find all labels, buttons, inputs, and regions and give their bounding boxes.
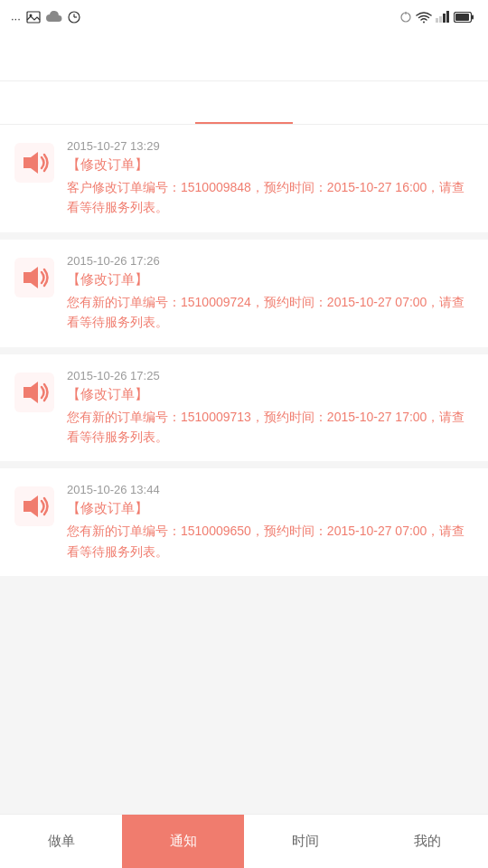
image-icon	[26, 11, 41, 26]
notification-item-1[interactable]: 2015-10-26 17:26【修改订单】您有新的订单编号：151000972…	[0, 240, 488, 347]
notification-title-1: 【修改订单】	[67, 271, 474, 288]
tab-cancel-order[interactable]	[325, 81, 488, 124]
dot-icons: ···	[11, 12, 21, 25]
notification-content-1: 2015-10-26 17:26【修改订单】您有新的订单编号：151000972…	[67, 254, 474, 333]
notification-title-2: 【修改订单】	[67, 386, 474, 403]
svg-rect-0	[27, 12, 40, 23]
battery-icon	[454, 12, 474, 25]
wifi-icon	[416, 11, 432, 26]
tab-bar	[0, 81, 488, 125]
notification-time-1: 2015-10-26 17:26	[67, 254, 474, 268]
svg-rect-14	[472, 14, 474, 19]
header	[0, 36, 488, 81]
speaker-icon	[14, 369, 54, 416]
settings-icon	[399, 11, 412, 26]
notification-body-2: 您有新的订单编号：1510009713，预约时间：2015-10-27 17:0…	[67, 407, 474, 448]
notification-item-0[interactable]: 2015-10-27 13:29【修改订单】客户修改订单编号：151000984…	[0, 125, 488, 232]
notification-content-2: 2015-10-26 17:25【修改订单】您有新的订单编号：151000971…	[67, 369, 474, 448]
svg-point-7	[423, 21, 425, 23]
speaker-icon	[14, 483, 54, 530]
notification-list: 2015-10-27 13:29【修改订单】客户修改订单编号：151000984…	[0, 125, 488, 814]
nav-item-做单[interactable]: 做单	[0, 815, 122, 868]
notification-body-3: 您有新的订单编号：1510009650，预约时间：2015-10-27 07:0…	[67, 521, 474, 561]
status-left: ···	[11, 11, 80, 26]
tab-modify-order[interactable]	[163, 81, 325, 124]
notification-item-2[interactable]: 2015-10-26 17:25【修改订单】您有新的订单编号：151000971…	[0, 354, 488, 462]
speaker-icon	[14, 254, 54, 301]
nav-item-我的[interactable]: 我的	[366, 815, 488, 868]
notification-title-0: 【修改订单】	[67, 156, 474, 174]
svg-rect-13	[455, 14, 469, 21]
notification-item-3[interactable]: 2015-10-26 13:44【修改订单】您有新的订单编号：151000965…	[0, 468, 488, 576]
svg-rect-9	[439, 16, 442, 23]
cloud-icon	[46, 11, 62, 25]
bottom-nav: 做单通知时间我的	[0, 814, 488, 868]
notification-content-0: 2015-10-27 13:29【修改订单】客户修改订单编号：151000984…	[67, 139, 474, 218]
nav-item-时间[interactable]: 时间	[244, 815, 366, 868]
svg-rect-11	[446, 11, 449, 23]
svg-rect-8	[436, 18, 438, 23]
notification-time-0: 2015-10-27 13:29	[67, 139, 474, 153]
notification-body-1: 您有新的订单编号：1510009724，预约时间：2015-10-27 07:0…	[67, 292, 474, 333]
speaker-icon	[14, 139, 54, 186]
signal-icon	[436, 11, 450, 25]
notification-body-0: 客户修改订单编号：1510009848，预约时间：2015-10-27 16:0…	[67, 177, 474, 218]
clock-icon	[68, 11, 80, 26]
nav-item-通知[interactable]: 通知	[122, 815, 244, 868]
notification-time-3: 2015-10-26 13:44	[67, 483, 474, 496]
tab-important[interactable]	[0, 81, 163, 124]
notification-title-3: 【修改订单】	[67, 500, 474, 517]
notification-time-2: 2015-10-26 17:25	[67, 369, 474, 382]
svg-rect-10	[443, 14, 446, 23]
notification-content-3: 2015-10-26 13:44【修改订单】您有新的订单编号：151000965…	[67, 483, 474, 561]
status-right	[399, 11, 477, 26]
status-bar: ···	[0, 0, 488, 36]
